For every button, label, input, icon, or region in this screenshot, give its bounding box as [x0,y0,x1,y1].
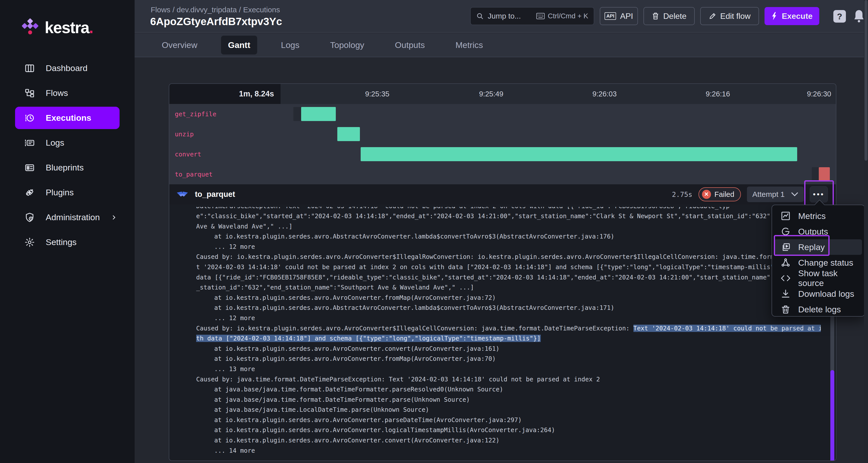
menu-item-label: Change status [798,258,853,268]
sidebar-item-logs[interactable]: Logs [0,130,135,155]
log-line: at io.kestra.plugin.serdes.avro.AvroConv… [196,435,821,446]
log-line: at io.kestra.plugin.serdes.avro.Abstract… [196,303,821,313]
log-line: ... 13 more [196,364,821,374]
execution-panel: 1m, 8.24s 9:25:359:25:499:26:039:26:169:… [169,83,836,461]
flows-icon [24,88,35,99]
gantt-timeline-header: 1m, 8.24s 9:25:359:25:499:26:039:26:169:… [169,84,836,104]
kestra-logo[interactable]: kestra. [20,18,93,37]
menu-item-label: Outputs [798,227,828,237]
outputs-icon [781,226,790,237]
search-placeholder: Jump to... [488,12,521,20]
log-line: data [{"ride_id":"FCB05EB1758F85E8","rid… [196,272,821,283]
sidebar-item-flows[interactable]: Flows [0,81,135,105]
bell-icon[interactable] [852,9,866,23]
window-scrollbar[interactable] [864,0,868,463]
gantt-row-to_parquet[interactable]: to_parquet [169,164,836,184]
sidebar-item-administration[interactable]: Administration [0,205,135,230]
attempt-select[interactable]: Attempt 1 [747,187,804,202]
sidebar-item-label: Flows [46,88,68,98]
search-input[interactable]: Jump to... Ctrl/Cmd + K [470,7,594,25]
menu-item-change-status[interactable]: Change status [775,255,862,270]
log-line: ... 12 more [196,242,821,252]
timeline-tick: 9:26:03 [592,84,617,104]
timeline-tick: 9:26:16 [706,84,730,104]
gantt-row-get_zipfile[interactable]: get_zipfile [169,104,836,124]
gantt-bar-teal[interactable] [301,107,336,121]
tab-logs[interactable]: Logs [274,36,306,55]
tab-outputs[interactable]: Outputs [388,36,432,55]
menu-item-replay[interactable]: Replay [775,239,862,255]
menu-item-show-task-source[interactable]: Show task source [775,270,862,286]
log-line: at java.base/java.time.LocalDateTime.par… [196,405,821,415]
menu-item-outputs[interactable]: Outputs [775,224,862,239]
task-detail-row[interactable]: to_parquet 2.75s ✕ Failed Attempt 1 ••• [169,184,836,205]
task-context-menu: Metrics Outputs Replay Change status Sho… [772,205,865,317]
tab-topology[interactable]: Topology [323,36,371,55]
header: Flows / dev.divvy_tripdata / Executions … [135,0,868,33]
menu-item-label: Replay [798,242,825,252]
tab-gantt[interactable]: Gantt [221,36,257,55]
plugins-icon [24,187,35,198]
page-title: 6ApoZGtyeArfdB7xtpv3Yc [150,16,282,28]
log-line: _station_id":"632","end_station_name":"S… [196,282,821,293]
sidebar-item-plugins[interactable]: Plugins [0,180,135,205]
menu-item-delete-logs[interactable]: Delete logs [775,302,862,317]
pencil-icon [709,12,716,20]
x-circle-icon: ✕ [702,190,711,199]
metrics-icon [781,211,790,221]
tab-overview[interactable]: Overview [155,36,205,55]
log-line: at java.base/java.time.format.DateTimeFo… [196,384,821,395]
gantt-bar-teal[interactable] [361,147,797,161]
delete-button[interactable]: Delete [644,7,695,25]
task-name: to_parquet [195,190,235,199]
sidebar-item-label: Settings [46,237,76,247]
help-button[interactable]: ? [833,10,846,23]
sidebar-item-blueprints[interactable]: Blueprints [0,155,135,180]
log-line: e":"classic_bike","started_at":"2024-02-… [196,211,821,221]
sidebar-item-settings[interactable]: Settings [0,230,135,255]
gantt-row-convert[interactable]: convert [169,144,836,164]
menu-item-label: Delete logs [798,305,841,314]
window-scrollbar-thumb[interactable] [865,0,868,161]
selected-text: th data ["2024-02-03 14:14:18"] and sche… [196,335,541,342]
menu-item-metrics[interactable]: Metrics [775,208,862,224]
gantt-rows: get_zipfileunzipconvertto_parquet [169,104,836,184]
trash-icon [781,304,790,314]
timeline-tick: 9:25:49 [479,84,503,104]
sidebar-item-dashboard[interactable]: Dashboard [0,56,135,81]
log-output[interactable]: DateTimeParseException: Text '2024-02-03… [169,205,836,461]
shortcut-hint: Ctrl/Cmd + K [536,12,588,20]
keyboard-icon [536,13,545,19]
edit-flow-button[interactable]: Edit flow [700,7,759,25]
task-label: unzip [175,130,194,138]
breadcrumb[interactable]: Flows / dev.divvy_tripdata / Executions [151,5,280,14]
log-line: Ave & Waveland Ave"," ...] [196,221,821,232]
lightning-icon [771,12,778,20]
tab-metrics[interactable]: Metrics [448,36,490,55]
log-line: Caused by: io.kestra.plugin.serdes.avro.… [196,323,821,334]
sidebar: kestra. Dashboard Flows Executions Logs … [0,0,135,463]
gantt-bar-dark[interactable] [293,107,301,121]
settings-icon [24,237,35,248]
gantt-bar-teal[interactable] [337,127,360,141]
api-button[interactable]: API API [600,7,638,25]
sidebar-item-executions[interactable]: Executions [15,107,120,129]
gantt-bar-red[interactable] [819,167,830,181]
task-duration: 2.75s [672,191,692,198]
menu-item-label: Download logs [798,289,854,299]
log-line: at java.base/java.time.format.DateTimeFo… [196,395,821,405]
avro-plugin-icon [176,191,188,198]
gantt-bar-dark[interactable] [812,167,819,181]
log-scrollbar-thumb[interactable] [830,370,834,461]
menu-item-download-logs[interactable]: Download logs [775,286,862,302]
log-line: at io.kestra.plugin.serdes.avro.Abstract… [196,232,821,242]
sidebar-item-label: Blueprints [46,163,84,173]
executions-icon [24,113,35,124]
trash-icon [652,12,659,20]
menu-item-label: Show task source [798,269,862,288]
gantt-row-unzip[interactable]: unzip [169,124,836,144]
task-label: to_parquet [175,171,213,178]
tab-bar: OverviewGanttLogsTopologyOutputsMetrics [135,33,868,57]
execute-button[interactable]: Execute [765,7,819,25]
administration-icon [24,212,35,223]
